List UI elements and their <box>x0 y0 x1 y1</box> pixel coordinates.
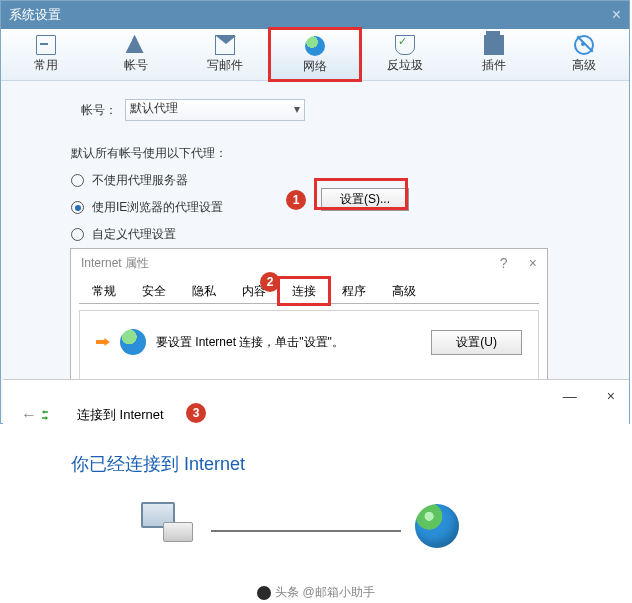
radio-custom-proxy[interactable]: 自定义代理设置 <box>71 226 599 243</box>
toolbar-plugin-label: 插件 <box>482 57 506 74</box>
account-label: 帐号： <box>81 102 117 119</box>
account-select-value: 默认代理 <box>130 101 178 115</box>
internet-properties-title: Internet 属性 <box>81 255 149 272</box>
globe-icon <box>120 329 146 355</box>
connect-header: ← 连接到 Internet <box>3 400 629 424</box>
close-icon[interactable]: × <box>529 255 537 271</box>
tab-general[interactable]: 常规 <box>79 278 129 304</box>
close-icon[interactable]: × <box>607 388 615 400</box>
computer-icon <box>141 502 193 548</box>
toolbar-mail[interactable]: 写邮件 <box>180 29 270 80</box>
toolbar: 常用 帐号 写邮件 网络 反垃圾 插件 高级 <box>1 29 629 81</box>
watermark: 头条 @邮箱小助手 <box>0 584 632 601</box>
internet-properties-window: Internet 属性 ? × 常规 安全 隐私 内容 连接 程序 高级 要设置… <box>70 248 548 391</box>
toolbar-plugin[interactable]: 插件 <box>450 29 540 80</box>
connected-message: 你已经连接到 Internet <box>71 452 629 476</box>
help-icon[interactable]: ? <box>500 255 508 271</box>
connection-line <box>211 530 401 532</box>
connections-panel: 要设置 Internet 连接，单击"设置"。 设置(U) <box>79 310 539 380</box>
radio-ie-proxy-label: 使用IE浏览器的代理设置 <box>92 199 223 216</box>
connection-diagram <box>3 502 629 572</box>
highlight-frame-1 <box>314 178 408 210</box>
shield-icon <box>395 35 415 55</box>
toolbar-advanced-label: 高级 <box>572 57 596 74</box>
toolbar-common[interactable]: 常用 <box>1 29 91 80</box>
archive-icon <box>484 35 504 55</box>
page-icon <box>36 35 56 55</box>
close-icon[interactable]: × <box>612 6 621 24</box>
tab-security[interactable]: 安全 <box>129 278 179 304</box>
connections-hint: 要设置 Internet 连接，单击"设置"。 <box>156 334 344 351</box>
toolbar-network[interactable]: 网络 <box>270 29 360 80</box>
step-bullet-3: 3 <box>186 403 206 423</box>
toolbar-antispam[interactable]: 反垃圾 <box>360 29 450 80</box>
toolbar-account[interactable]: 帐号 <box>91 29 181 80</box>
earth-icon <box>415 504 459 548</box>
connect-title: 连接到 Internet <box>77 406 164 424</box>
radio-custom-proxy-label: 自定义代理设置 <box>92 226 176 243</box>
person-icon <box>126 35 146 55</box>
toolbar-advanced[interactable]: 高级 <box>539 29 629 80</box>
tab-programs[interactable]: 程序 <box>329 278 379 304</box>
back-icon[interactable]: ← <box>21 406 37 424</box>
toolbar-account-label: 帐号 <box>124 57 148 74</box>
account-select[interactable]: 默认代理 <box>125 99 305 121</box>
system-settings-title: 系统设置 <box>9 6 61 24</box>
minimize-icon[interactable]: — <box>563 388 577 400</box>
proxy-caption: 默认所有帐号使用以下代理： <box>71 145 599 162</box>
globe-icon <box>305 36 325 56</box>
tab-privacy[interactable]: 隐私 <box>179 278 229 304</box>
watermark-text: 头条 @邮箱小助手 <box>275 585 375 599</box>
system-settings-titlebar: 系统设置 × <box>1 1 629 29</box>
tab-connections[interactable]: 连接 <box>279 278 329 304</box>
internet-properties-tabs: 常规 安全 隐私 内容 连接 程序 高级 <box>79 277 539 304</box>
connection-setup-button[interactable]: 设置(U) <box>431 330 522 355</box>
toolbar-mail-label: 写邮件 <box>207 57 243 74</box>
tab-advanced[interactable]: 高级 <box>379 278 429 304</box>
arrow-right-icon <box>96 338 110 346</box>
toolbar-common-label: 常用 <box>34 57 58 74</box>
gear-icon <box>574 35 594 55</box>
step-bullet-2: 2 <box>260 272 280 292</box>
radio-icon <box>71 201 84 214</box>
connect-window-controls: — × <box>3 380 629 400</box>
internet-properties-titlebar: Internet 属性 ? × <box>71 249 547 277</box>
radio-no-proxy-label: 不使用代理服务器 <box>92 172 188 189</box>
mail-icon <box>215 35 235 55</box>
radio-icon <box>71 228 84 241</box>
connect-globe-icon <box>47 407 67 423</box>
connect-internet-window: — × ← 连接到 Internet 你已经连接到 Internet <box>3 379 629 579</box>
toolbar-network-label: 网络 <box>303 58 327 75</box>
avatar-icon <box>257 586 271 600</box>
toolbar-antispam-label: 反垃圾 <box>387 57 423 74</box>
radio-icon <box>71 174 84 187</box>
step-bullet-1: 1 <box>286 190 306 210</box>
